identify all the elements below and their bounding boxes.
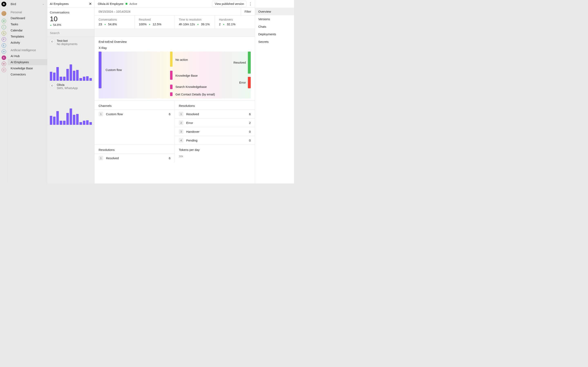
rank-badge: 4 — [179, 138, 183, 142]
trend-up-icon: ▲ — [104, 23, 106, 25]
stat-value-row: 4h 10m 12s▲39.1% — [179, 22, 211, 26]
sankey-mid-label-1: Knowledge Base — [175, 74, 198, 77]
trend-up-icon: ▲ — [197, 23, 199, 25]
brand-logo-icon[interactable] — [1, 2, 6, 7]
conversations-delta: ▲ 54.8% — [50, 23, 92, 26]
sidebar-item[interactable]: AI Employees — [8, 59, 47, 65]
row-value: 6 — [169, 156, 171, 160]
more-icon[interactable]: ⋮ — [247, 1, 253, 7]
filter-button[interactable]: Filter — [241, 8, 255, 15]
sidebar-item[interactable]: Calendar — [8, 27, 47, 33]
stat-label: Conversations — [99, 18, 130, 21]
sparkline-bar — [79, 122, 82, 125]
sparkline-bar — [73, 71, 75, 81]
search-input[interactable]: Search — [47, 29, 94, 37]
sidebar-item[interactable]: Tasks — [8, 21, 47, 27]
sparkline-bar — [56, 111, 59, 125]
workspace-switcher[interactable]: Bird ⌄ — [8, 0, 47, 8]
sparkline-bar — [66, 113, 69, 125]
sidebar-item[interactable]: Knowledge Base — [8, 65, 47, 71]
user-avatar[interactable] — [1, 11, 6, 16]
sidebar-section-personal: Personal — [8, 8, 47, 15]
table-row: 4Pending0 — [175, 136, 255, 145]
sparkline-bar — [60, 77, 62, 81]
sparkline-bar — [76, 114, 79, 125]
list-header: AI Employees ✕ — [47, 0, 94, 8]
resolutions2-block: Resolutions 1Resolved6 — [95, 145, 175, 162]
e2e-overview-title: End-toEnd Overview — [95, 37, 255, 43]
row-label: Error — [186, 121, 246, 125]
sidebar-item[interactable]: Dashboard — [8, 15, 47, 21]
bot-subtitle: SMS, WhatsApp — [57, 86, 78, 90]
channels-block: Channels 1Custom flow6 — [95, 101, 175, 145]
filter-bar: 09/15/2024 – 10/14/2024 Filter — [95, 8, 255, 16]
row-label: Pending — [186, 139, 246, 142]
employee-list-item[interactable]: ◐Test-botNo deployments — [47, 37, 94, 81]
sparkline-bar — [56, 67, 59, 81]
org-dot[interactable]: I — [2, 25, 6, 29]
org-dot[interactable]: H — [2, 49, 6, 54]
status-text: Active — [130, 2, 137, 6]
sankey-mid-node — [170, 71, 173, 80]
stat-delta: 54.8% — [108, 22, 117, 26]
table-row: 3Handover0 — [175, 127, 255, 136]
sidebar-item[interactable]: AI Hub — [8, 53, 47, 59]
spacer — [95, 29, 255, 37]
table-row: 1Resolved6 — [95, 154, 174, 162]
sparkline-bar — [70, 108, 72, 125]
sankey-out-node — [248, 77, 251, 88]
rank-badge: 3 — [179, 129, 183, 134]
org-dot[interactable]: S — [2, 31, 6, 35]
resolutions-block: Resolutions 1Resolved62Error23Handover04… — [175, 101, 255, 145]
conversations-value: 10 — [50, 15, 92, 23]
row-label: Resolved — [106, 156, 166, 160]
channels-title: Channels — [95, 101, 174, 109]
date-range[interactable]: 09/15/2024 – 10/14/2024 — [99, 10, 130, 13]
close-icon[interactable]: ✕ — [89, 2, 92, 6]
xray-title: X-Ray — [95, 43, 255, 52]
row-value: 6 — [169, 112, 171, 116]
org-dot[interactable]: M — [2, 19, 6, 23]
view-published-button[interactable]: View published version — [212, 1, 247, 7]
sankey-mid-label-0: No action — [175, 58, 188, 61]
right-nav-item[interactable]: Versions — [255, 15, 294, 23]
lower-row: Resolutions 1Resolved6 Tokens per day 30… — [95, 145, 255, 162]
org-dot[interactable]: P — [2, 37, 6, 42]
org-dot[interactable]: W — [2, 62, 6, 66]
rank-badge: 1 — [99, 112, 103, 116]
stat-value-row: 2▲32.1% — [219, 22, 251, 26]
right-nav-item[interactable]: Chats — [255, 23, 294, 30]
org-dot[interactable]: A — [2, 55, 6, 60]
sankey-mid-label-3: Get Contact Details (by email) — [175, 93, 215, 96]
table-row: 1Resolved6 — [175, 109, 255, 118]
sidebar-item[interactable]: Connectors — [8, 71, 47, 77]
stat-value-row: 100%▲12.5% — [139, 22, 171, 26]
bot-avatar-icon: ◐ — [50, 83, 55, 88]
row-value: 2 — [249, 121, 251, 125]
right-nav-item[interactable]: Deployments — [255, 30, 294, 38]
stat-delta: 32.1% — [227, 22, 236, 26]
sparkline-chart — [47, 64, 94, 81]
right-nav-item[interactable]: Secrets — [255, 38, 294, 45]
stat-value: 2 — [219, 22, 221, 26]
org-dot[interactable]: E — [2, 43, 6, 48]
employee-list-item[interactable]: ◐OliviaSMS, WhatsApp — [47, 81, 94, 125]
stat-label: Resolved — [139, 18, 171, 21]
sidebar-item[interactable]: Templates — [8, 33, 47, 40]
trend-up-icon: ▲ — [223, 23, 225, 25]
sparkline-bar — [66, 69, 69, 81]
table-row: 2Error2 — [175, 118, 255, 127]
row-value: 0 — [249, 130, 251, 133]
sidebar-section-ai: Artificial Intelligence — [8, 46, 47, 53]
bot-name: Olivia — [57, 83, 78, 86]
row-label: Custom flow — [106, 112, 166, 116]
workspace-name: Bird — [11, 2, 16, 6]
org-dot[interactable]: D — [2, 68, 6, 72]
bot-name: Test-bot — [57, 39, 77, 42]
right-nav-item[interactable]: Overview — [255, 8, 294, 15]
sankey-mid-node — [170, 92, 173, 96]
conversations-label: Conversations — [50, 11, 92, 14]
table-row: 1Custom flow6 — [95, 109, 174, 118]
main-header: Olivia AI Employee Active View published… — [95, 0, 255, 8]
sidebar-item[interactable]: Activity — [8, 40, 47, 46]
